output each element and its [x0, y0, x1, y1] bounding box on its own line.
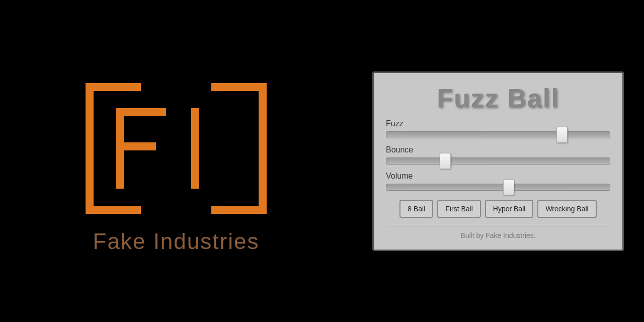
- plugin-title: Fuzz Ball: [386, 83, 610, 113]
- preset-buttons-container: 8 Ball First Ball Hyper Ball Wrecking Ba…: [386, 200, 610, 218]
- logo-section: Fake Industries: [0, 48, 352, 274]
- svg-rect-6: [191, 108, 199, 189]
- bounce-slider-section: Bounce: [386, 145, 610, 165]
- logo-svg: [70, 68, 282, 229]
- svg-rect-9: [211, 206, 267, 214]
- svg-rect-4: [116, 108, 166, 116]
- bounce-slider[interactable]: [386, 157, 610, 165]
- svg-rect-0: [86, 83, 94, 214]
- svg-rect-1: [86, 83, 141, 91]
- preset-hyperball-button[interactable]: Hyper Ball: [485, 200, 534, 218]
- svg-rect-7: [259, 83, 267, 214]
- preset-8ball-button[interactable]: 8 Ball: [399, 200, 433, 218]
- footer-divider: [386, 226, 610, 226]
- volume-slider[interactable]: [386, 184, 610, 191]
- volume-slider-section: Volume: [386, 172, 610, 191]
- preset-firstball-button[interactable]: First Ball: [437, 200, 480, 218]
- plugin-section: Fuzz Ball Fuzz Bounce Volume 8 Ball Firs…: [352, 51, 644, 271]
- plugin-panel: Fuzz Ball Fuzz Bounce Volume 8 Ball Firs…: [372, 71, 624, 251]
- logo-text: Fake Industries: [93, 229, 260, 254]
- fuzz-slider-section: Fuzz: [386, 119, 610, 138]
- svg-rect-8: [211, 83, 267, 91]
- fuzz-slider[interactable]: [386, 131, 610, 138]
- svg-rect-2: [86, 206, 141, 214]
- svg-rect-5: [116, 142, 156, 150]
- main-container: Fake Industries Fuzz Ball Fuzz Bounce Vo…: [0, 0, 644, 322]
- footer-text: Built by Fake Industries.: [386, 231, 610, 239]
- preset-wreckingball-button[interactable]: Wrecking Ball: [537, 200, 596, 218]
